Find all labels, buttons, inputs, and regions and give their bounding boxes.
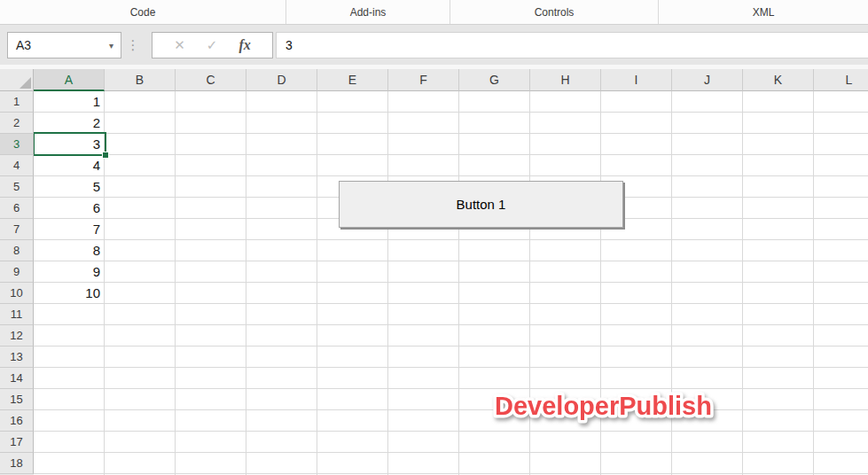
row-header[interactable]: 15 bbox=[0, 389, 34, 410]
column-header[interactable]: G bbox=[459, 69, 530, 91]
formula-bar-drag-handle-icon[interactable]: ⋮ bbox=[126, 32, 140, 58]
cell-value[interactable]: 1 bbox=[34, 91, 105, 113]
ribbon-group-label: Code bbox=[0, 0, 286, 24]
name-box-dropdown-icon[interactable]: ▾ bbox=[109, 41, 121, 51]
column-header[interactable]: K bbox=[743, 69, 814, 91]
row-header[interactable]: 17 bbox=[0, 432, 34, 453]
watermark: DeveloperPublish bbox=[488, 381, 736, 427]
column-a-values: 12345678910 bbox=[34, 91, 105, 304]
select-all-corner[interactable] bbox=[0, 69, 34, 91]
ribbon-group-strip: CodeAdd-insControlsXML bbox=[0, 0, 868, 25]
excel-window: CodeAdd-insControlsXML A3 ▾ ⋮ ✕ ✓ fx 3 A… bbox=[0, 0, 868, 475]
row-header[interactable]: 12 bbox=[0, 325, 34, 347]
cell-value[interactable]: 3 bbox=[34, 134, 105, 155]
cell-value[interactable]: 9 bbox=[34, 261, 105, 283]
cell-value[interactable]: 10 bbox=[34, 283, 105, 304]
row-header[interactable]: 7 bbox=[0, 219, 34, 240]
row-header[interactable]: 2 bbox=[0, 113, 34, 134]
row-header[interactable]: 5 bbox=[0, 176, 34, 198]
name-box-value: A3 bbox=[8, 38, 109, 52]
cell-value[interactable]: 2 bbox=[34, 113, 105, 134]
column-header[interactable]: J bbox=[672, 69, 743, 91]
column-header[interactable]: L bbox=[814, 69, 868, 91]
column-header[interactable]: A bbox=[34, 69, 105, 91]
column-header[interactable]: C bbox=[176, 69, 246, 91]
column-header-row: ABCDEFGHIJKL bbox=[34, 69, 868, 91]
select-all-triangle-icon bbox=[20, 77, 31, 89]
column-header[interactable]: E bbox=[317, 69, 388, 91]
cell-value[interactable]: 4 bbox=[34, 155, 105, 176]
insert-function-icon[interactable]: fx bbox=[239, 37, 251, 53]
row-header[interactable]: 11 bbox=[0, 304, 34, 325]
row-header[interactable]: 9 bbox=[0, 261, 34, 283]
ribbon-group-label: XML bbox=[659, 0, 868, 24]
cancel-icon[interactable]: ✕ bbox=[174, 37, 185, 53]
column-header[interactable]: F bbox=[388, 69, 459, 91]
form-button[interactable]: Button 1 bbox=[339, 181, 623, 228]
row-header[interactable]: 13 bbox=[0, 347, 34, 368]
fill-handle[interactable] bbox=[102, 152, 109, 159]
cell-area[interactable]: 12345678910 Button 1 DeveloperPublish bbox=[34, 91, 868, 475]
column-header[interactable]: I bbox=[601, 69, 672, 91]
row-header[interactable]: 14 bbox=[0, 368, 34, 389]
formula-bar-input[interactable]: 3 bbox=[276, 32, 868, 58]
row-header[interactable]: 8 bbox=[0, 240, 34, 261]
row-header[interactable]: 18 bbox=[0, 453, 34, 474]
ribbon-group-label: Controls bbox=[450, 0, 659, 24]
row-header[interactable]: 4 bbox=[0, 155, 34, 176]
column-header[interactable]: B bbox=[105, 69, 176, 91]
cell-value[interactable]: 5 bbox=[34, 176, 105, 198]
form-button-label: Button 1 bbox=[457, 197, 506, 212]
row-header[interactable]: 10 bbox=[0, 283, 34, 304]
ribbon-group-label: Add-ins bbox=[286, 0, 450, 24]
row-header[interactable]: 3 bbox=[0, 134, 34, 155]
row-header[interactable]: 6 bbox=[0, 198, 34, 219]
formula-buttons-group: ✕ ✓ fx bbox=[152, 32, 273, 58]
row-header[interactable]: 1 bbox=[0, 91, 34, 113]
cell-value[interactable]: 8 bbox=[34, 240, 105, 261]
formula-bar-row: A3 ▾ ⋮ ✕ ✓ fx 3 bbox=[0, 25, 868, 65]
enter-icon[interactable]: ✓ bbox=[207, 37, 218, 53]
watermark-text: DeveloperPublish bbox=[495, 392, 712, 420]
name-box[interactable]: A3 ▾ bbox=[7, 32, 121, 58]
cell-value[interactable]: 6 bbox=[34, 198, 105, 219]
row-header[interactable]: 16 bbox=[0, 410, 34, 432]
row-header-column: 123456789101112131415161718 bbox=[0, 91, 34, 475]
column-header[interactable]: D bbox=[246, 69, 317, 91]
cell-value[interactable]: 7 bbox=[34, 219, 105, 240]
column-header[interactable]: H bbox=[530, 69, 601, 91]
